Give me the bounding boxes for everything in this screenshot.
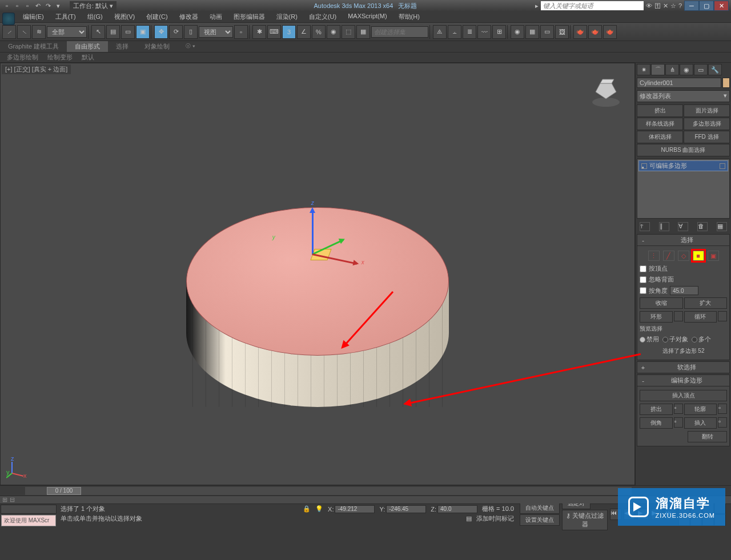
select-icon[interactable]: ↖ [91, 25, 105, 39]
angle-spinner[interactable]: 45.0 [670, 286, 698, 295]
inset-settings-icon[interactable]: ▫ [718, 417, 727, 428]
hierarchy-tab-icon[interactable]: ⋔ [665, 64, 679, 75]
menu-edit[interactable]: 编辑(E) [17, 11, 50, 22]
minimize-button[interactable]: ─ [684, 1, 699, 11]
ribbon-tab-freeform[interactable]: 自由形式 [67, 41, 108, 52]
rollout-soft-header[interactable]: +软选择 [637, 361, 730, 373]
expand-icon[interactable]: ▪ [641, 163, 647, 169]
make-unique-icon[interactable]: ∀ [678, 222, 688, 231]
menu-customize[interactable]: 自定义(U) [303, 11, 342, 22]
preview-multi-radio[interactable] [692, 337, 697, 343]
mod-facesel-button[interactable]: 面片选择 [684, 104, 730, 117]
ribbon-tab-graphite[interactable]: Graphite 建模工具 [0, 41, 67, 52]
by-vertex-checkbox[interactable] [640, 265, 646, 272]
menu-maxscript[interactable]: MAXScript(M) [342, 11, 392, 22]
track-bar[interactable] [1, 505, 57, 514]
angle-snap-icon[interactable]: ∠ [297, 25, 311, 39]
mod-ffdsel-button[interactable]: FFD 选择 [684, 131, 730, 143]
menu-animation[interactable]: 动画 [204, 11, 228, 22]
by-angle-checkbox[interactable] [640, 287, 646, 294]
teapot1-icon[interactable]: 🫖 [573, 25, 587, 39]
ribbon-tab-objpaint[interactable]: 对象绘制 [136, 41, 178, 52]
spinner-snap-icon[interactable]: ◉ [327, 25, 340, 39]
show-result-icon[interactable]: ∥ [659, 222, 669, 231]
keyboard-shortcut-icon[interactable]: ⌨ [267, 25, 281, 39]
extrude-button[interactable]: 挤出 [640, 404, 673, 415]
element-subobj-icon[interactable]: ▣ [708, 251, 719, 261]
key-mode-icon[interactable]: ⊞ [2, 496, 7, 503]
mod-splinesel-button[interactable]: 样条线选择 [637, 118, 683, 130]
viewport-label[interactable]: [+] [正交] [真实 + 边面] [2, 65, 71, 74]
ignore-backfacing-checkbox[interactable] [640, 276, 646, 283]
modifier-stack[interactable]: ▪可编辑多边形 [637, 159, 730, 219]
align-icon[interactable]: ⫠ [448, 25, 461, 39]
display-tab-icon[interactable]: ▭ [694, 64, 708, 75]
coord-x-input[interactable]: -49.212 [335, 505, 375, 513]
teapot3-icon[interactable]: 🫖 [603, 25, 617, 39]
undo-icon[interactable]: ↶ [33, 1, 42, 10]
unlink-icon[interactable]: ⟍ [17, 25, 31, 39]
polygon-subobj-icon[interactable]: ■ [693, 251, 704, 261]
open-icon[interactable]: ▫ [13, 1, 22, 10]
grow-button[interactable]: 扩大 [684, 297, 728, 309]
qat-more-icon[interactable]: ▾ [54, 1, 63, 10]
modify-tab-icon[interactable]: ⌒ [651, 64, 665, 75]
workspace-dropdown[interactable]: 工作台: 默认 ▾ [70, 1, 117, 11]
pivot-icon[interactable]: ▫ [234, 25, 248, 39]
curve-editor-icon[interactable]: 〰 [477, 25, 491, 39]
app-menu-icon[interactable] [2, 13, 15, 25]
preview-off-radio[interactable] [640, 337, 645, 343]
mod-extrude-button[interactable]: 挤出 [637, 104, 683, 117]
ribbon-tab-selection[interactable]: 选择 [108, 41, 136, 52]
mirror-icon[interactable]: ⧌ [433, 25, 447, 39]
select-name-icon[interactable]: ▤ [106, 25, 120, 39]
configure-sets-icon[interactable]: ▦ [717, 222, 727, 231]
utilities-tab-icon[interactable]: 🔧 [708, 64, 722, 75]
link-icon[interactable]: ⟋ [2, 25, 16, 39]
key-filters-button[interactable]: ⚷ 关键点过滤器 [562, 510, 608, 530]
ring-spinner[interactable] [674, 311, 683, 321]
bind-spacewarp-icon[interactable]: ≋ [32, 25, 46, 39]
inset-button[interactable]: 插入 [684, 417, 717, 429]
infocenter-arrow-icon[interactable]: ▸ [535, 2, 539, 10]
named-sets-edit-icon[interactable]: ▦ [356, 25, 370, 39]
edged-faces-icon[interactable]: ⬚ [342, 25, 355, 39]
remove-mod-icon[interactable]: 🗑 [697, 222, 708, 231]
add-time-tag[interactable]: 添加时间标记 [476, 514, 514, 523]
outline-settings-icon[interactable]: ▫ [718, 404, 727, 414]
ribbon-sub-paintdeform[interactable]: 绘制变形 [43, 53, 77, 62]
edge-subobj-icon[interactable]: ╱ [663, 251, 674, 261]
mod-polysel-button[interactable]: 多边形选择 [684, 118, 730, 130]
bevel-settings-icon[interactable]: ▫ [674, 417, 683, 428]
flip-button[interactable]: 翻转 [688, 431, 727, 442]
object-name-input[interactable] [637, 78, 721, 88]
menu-modifiers[interactable]: 修改器 [174, 11, 204, 22]
binoculars-icon[interactable]: 👁 [646, 2, 652, 9]
menu-views[interactable]: 视图(V) [109, 11, 141, 22]
ribbon-sub-polydraw[interactable]: 多边形绘制 [2, 53, 43, 62]
ref-coord-combo[interactable]: 视图 [199, 26, 233, 38]
menu-render[interactable]: 渲染(R) [271, 11, 303, 22]
mod-volsel-button[interactable]: 体积选择 [637, 131, 683, 143]
rendered-frame-icon[interactable]: ▭ [540, 25, 554, 39]
border-subobj-icon[interactable]: ◇ [678, 251, 689, 261]
render-setup-icon[interactable]: ▦ [525, 25, 539, 39]
schematic-icon[interactable]: ⊞ [492, 25, 506, 39]
menu-group[interactable]: 组(G) [82, 11, 109, 22]
preview-subobj-radio[interactable] [662, 337, 668, 343]
comm-center-icon[interactable]: ▤ [466, 515, 472, 522]
menu-tools[interactable]: 工具(T) [50, 11, 82, 22]
extrude-settings-icon[interactable]: ▫ [674, 404, 683, 414]
pin-stack-icon[interactable]: ⫯ [640, 222, 650, 231]
scale-icon[interactable]: ▯ [184, 25, 198, 39]
render-production-icon[interactable]: 🖼 [555, 25, 569, 39]
new-icon[interactable]: ▫ [2, 1, 11, 10]
ribbon-sub-defaults[interactable]: 默认 [77, 53, 99, 62]
maxscript-listener[interactable]: 欢迎使用 MAXScr [1, 515, 56, 526]
create-tab-icon[interactable]: ✷ [637, 64, 650, 75]
modifier-list-combo[interactable]: 修改器列表▾ [637, 90, 730, 102]
coord-z-input[interactable]: 40.0 [437, 505, 477, 513]
exchange-icon[interactable]: ✕ [663, 2, 668, 10]
loop-button[interactable]: 循环 [684, 311, 717, 323]
stack-item-editpoly[interactable]: ▪可编辑多边形 [638, 160, 728, 171]
